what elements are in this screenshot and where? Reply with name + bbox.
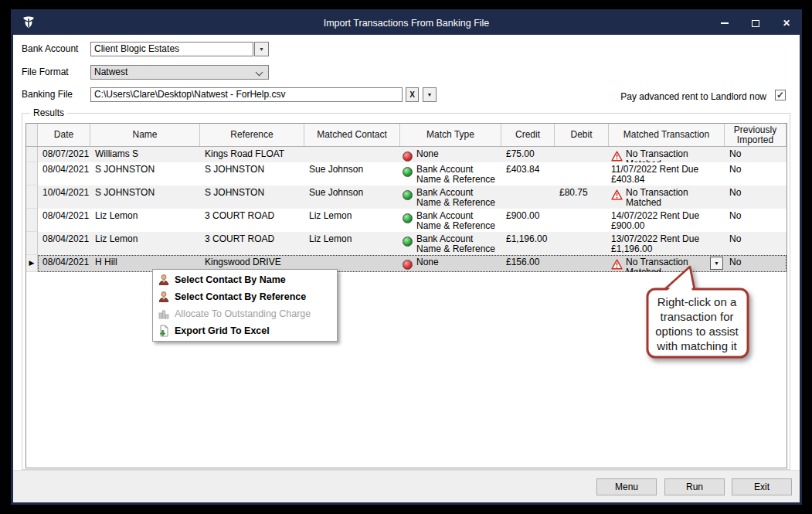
window-controls: ✕ xyxy=(719,12,792,35)
cell-credit: £403.84 xyxy=(501,162,555,186)
column-header-matched-transaction[interactable]: Matched Transaction xyxy=(609,124,725,146)
table-row[interactable]: 08/04/2021Liz Lemon3 COURT ROADLiz Lemon… xyxy=(26,232,787,255)
footer-bar: Menu Run Exit xyxy=(13,470,800,502)
cell-date: 08/04/2021 xyxy=(38,232,90,255)
bank-account-combobox[interactable]: Client Blogic Estates xyxy=(90,42,253,56)
cell-date: 10/04/2021 xyxy=(38,186,90,209)
table-row[interactable]: 10/04/2021S JOHNSTONS JOHNSTONSue Johnso… xyxy=(26,186,787,209)
exit-button[interactable]: Exit xyxy=(732,478,792,495)
bank-account-dropdown-button[interactable]: ▼ xyxy=(254,42,269,56)
banking-file-label: Banking File xyxy=(22,87,73,102)
cell-previously-imported: No xyxy=(725,232,787,255)
cell-reference: Kings Road FLOAT xyxy=(200,147,304,162)
match-status-red-icon xyxy=(403,151,413,162)
menu-item-select-contact-by-name[interactable]: Select Contact By Name xyxy=(153,271,337,288)
cell-reference: 3 COURT ROAD xyxy=(200,232,304,255)
cell-date: 08/07/2021 xyxy=(38,147,90,162)
maximize-button[interactable] xyxy=(750,18,761,29)
cell-matched-contact: Liz Lemon xyxy=(304,209,400,232)
cell-matched-transaction: No Transaction Matched xyxy=(609,186,725,209)
pay-advanced-rent-label: Pay advanced rent to Landlord now xyxy=(616,90,766,104)
cell-match-type: Bank Account Name & Reference xyxy=(400,186,501,209)
cell-credit: £156.00 xyxy=(501,255,555,272)
row-selector-header xyxy=(26,124,38,146)
table-row[interactable]: 08/07/2021Williams SKings Road FLOATNone… xyxy=(26,147,787,162)
banking-file-input[interactable]: C:\Users\Clare\Desktop\Natwest - ForHelp… xyxy=(90,87,403,102)
window-title: Import Transactions From Banking File xyxy=(13,12,800,35)
cell-name: Williams S xyxy=(90,147,200,162)
context-menu: Select Contact By NameSelect Contact By … xyxy=(152,269,338,342)
cell-match-type: None xyxy=(400,255,501,272)
cell-match-type: Bank Account Name & Reference xyxy=(400,232,501,255)
check-icon: ✓ xyxy=(776,91,784,99)
cell-reference: S JOHNSTON xyxy=(200,162,304,186)
cell-matched-contact xyxy=(304,147,400,162)
match-status-green-icon xyxy=(403,167,413,177)
column-header-name[interactable]: Name xyxy=(90,124,200,146)
column-header-credit[interactable]: Credit xyxy=(501,124,555,146)
cell-debit xyxy=(555,147,609,162)
cell-matched-transaction: 11/07/2022 Rent Due £403.84 xyxy=(609,162,725,186)
chevron-down-icon xyxy=(256,69,263,77)
column-header-reference[interactable]: Reference xyxy=(200,124,304,146)
menu-item-export-grid-to-excel[interactable]: Export Grid To Excel xyxy=(153,322,337,339)
chevron-down-icon: ▼ xyxy=(259,46,264,52)
file-format-select[interactable]: Natwest xyxy=(90,65,269,80)
browse-file-dropdown-button[interactable]: ▼ xyxy=(423,87,437,102)
row-selector-cell xyxy=(26,232,38,255)
menu-item-label: Allocate To Outstanding Charge xyxy=(175,308,311,319)
column-header-previously-imported[interactable]: Previously Imported xyxy=(725,124,787,146)
cell-reference: S JOHNSTON xyxy=(200,186,304,209)
column-header-date[interactable]: Date xyxy=(38,124,90,146)
menu-item-select-contact-by-reference[interactable]: Select Contact By Reference xyxy=(153,288,337,305)
pay-advanced-rent-checkbox[interactable]: ✓ xyxy=(775,90,786,100)
clear-file-button[interactable]: X xyxy=(406,87,419,102)
cell-credit: £1,196.00 xyxy=(501,232,555,255)
cell-debit xyxy=(555,162,609,186)
cell-name: S JOHNSTON xyxy=(90,162,200,186)
row-selector-cell: ▶ xyxy=(26,255,38,272)
cell-credit: £75.00 xyxy=(501,147,555,162)
bank-account-label: Bank Account xyxy=(22,42,78,56)
match-status-green-icon xyxy=(403,213,413,223)
match-type-text: Bank Account Name & Reference xyxy=(416,234,497,255)
menu-button[interactable]: Menu xyxy=(596,478,657,495)
cell-credit: £900.00 xyxy=(501,209,555,232)
close-button[interactable]: ✕ xyxy=(781,18,792,29)
grid-rows: 08/07/2021Williams SKings Road FLOATNone… xyxy=(26,147,787,272)
match-type-text: Bank Account Name & Reference xyxy=(416,165,497,186)
match-type-text: None xyxy=(416,257,497,272)
titlebar[interactable]: Import Transactions From Banking File ✕ xyxy=(13,12,800,35)
cell-date: 08/04/2021 xyxy=(38,162,90,186)
cell-match-type: None xyxy=(400,147,501,162)
cell-matched-transaction: 13/07/2022 Rent Due £1,196.00 xyxy=(609,232,725,255)
warning-icon xyxy=(611,151,623,162)
cell-matched-transaction: No Transaction Matched xyxy=(609,147,725,162)
matched-transaction-text: No Transaction Matched xyxy=(626,149,723,162)
contact-icon xyxy=(153,291,175,303)
table-row[interactable]: 08/04/2021Liz Lemon3 COURT ROADLiz Lemon… xyxy=(26,209,787,232)
matched-transaction-text: 11/07/2022 Rent Due £403.84 xyxy=(611,165,723,186)
cell-previously-imported: No xyxy=(725,209,787,232)
chevron-down-icon: ▼ xyxy=(427,92,433,97)
column-header-match-type[interactable]: Match Type xyxy=(400,124,501,146)
match-status-green-icon xyxy=(403,237,413,247)
row-selector-cell xyxy=(26,147,38,162)
menu-item-label: Export Grid To Excel xyxy=(175,325,270,336)
minimize-icon xyxy=(721,22,729,24)
row-selector-cell xyxy=(26,162,38,186)
matched-transaction-text: 14/07/2022 Rent Due £900.00 xyxy=(611,211,723,232)
row-selector-cell xyxy=(26,186,38,209)
column-header-matched-contact[interactable]: Matched Contact xyxy=(304,124,400,146)
matched-transaction-text: No Transaction Matched xyxy=(626,188,723,209)
minimize-button[interactable] xyxy=(719,18,730,29)
table-row[interactable]: 08/04/2021S JOHNSTONS JOHNSTONSue Johnso… xyxy=(26,162,787,186)
cell-name: S JOHNSTON xyxy=(90,186,200,209)
menu-item-label: Select Contact By Reference xyxy=(175,291,306,302)
match-type-text: None xyxy=(416,149,497,162)
column-header-debit[interactable]: Debit xyxy=(555,124,609,146)
cell-previously-imported: No xyxy=(725,147,787,162)
export-icon xyxy=(153,325,175,337)
run-button[interactable]: Run xyxy=(664,478,725,495)
cell-debit xyxy=(555,232,609,255)
